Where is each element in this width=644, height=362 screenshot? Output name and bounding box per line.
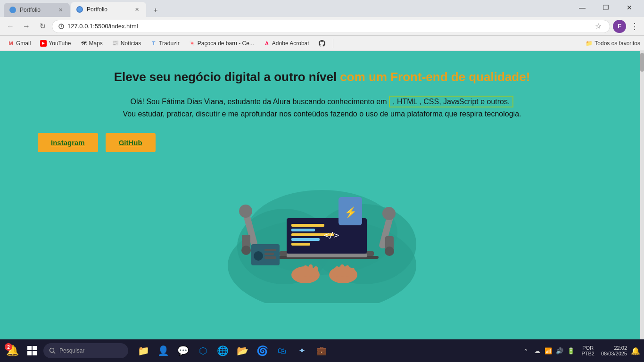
bookmark-pacoca[interactable]: 🍬 Paçoca de baru - Ce...	[185, 39, 258, 48]
svg-rect-30	[264, 253, 274, 255]
browser-menu-button[interactable]: ⋮	[629, 21, 640, 32]
reload-button[interactable]: ↻	[36, 20, 49, 33]
svg-rect-11	[291, 229, 315, 231]
notification-badge: 2	[5, 343, 12, 351]
start-button[interactable]	[24, 342, 41, 359]
svg-rect-43	[33, 346, 37, 350]
tab1-favicon	[9, 7, 16, 13]
bookmark-star-icon[interactable]: ☆	[593, 21, 604, 32]
illustration-svg: </> ⚡	[204, 162, 440, 303]
close-button[interactable]: ✕	[619, 0, 640, 15]
adobe-icon: A	[264, 40, 270, 47]
new-tab-button[interactable]: +	[149, 4, 162, 17]
taskbar-search[interactable]: Pesquisar	[43, 343, 128, 358]
svg-rect-39	[340, 264, 344, 277]
svg-point-24	[385, 247, 394, 256]
maximize-button[interactable]: ❐	[595, 0, 617, 15]
bookmark-traduzir-label: Traduzir	[159, 40, 180, 47]
taskbar-edge[interactable]: 🌀	[254, 342, 271, 359]
hero-title-highlight: com um Front-end de qualidade!	[340, 70, 530, 84]
taskbar-icons: 📁 👤 💬 ⬡ 🌐 📂 🌀 🛍 ✦ 💼	[135, 342, 330, 359]
minimize-button[interactable]: —	[571, 0, 593, 15]
taskbar-files[interactable]: 📁	[135, 342, 152, 359]
bookmark-maps[interactable]: 🗺 Maps	[77, 39, 107, 48]
secure-icon	[58, 23, 65, 30]
tray-battery[interactable]: 🔋	[566, 346, 576, 355]
pacoca-icon: 🍬	[189, 40, 196, 47]
scrollbar-thumb[interactable]	[640, 53, 644, 72]
bookmark-noticias[interactable]: 📰 Notícias	[108, 39, 145, 48]
taskbar-discord[interactable]: 💬	[174, 342, 191, 359]
tab2-label: Portfolio	[87, 6, 107, 13]
forward-button[interactable]: →	[20, 20, 33, 33]
bookmark-adobe[interactable]: A Adobe Acrobat	[260, 39, 313, 48]
taskbar-store[interactable]: 🛍	[273, 342, 290, 359]
taskbar-people[interactable]: 👤	[155, 342, 172, 359]
svg-rect-42	[27, 346, 32, 350]
notification-area: 🔔 2	[4, 342, 21, 359]
bookmark-traduzir[interactable]: T Traduzir	[147, 39, 183, 48]
svg-rect-10	[291, 224, 324, 227]
svg-rect-16	[287, 254, 367, 257]
back-button[interactable]: ←	[4, 20, 17, 33]
tab-1[interactable]: Portfolio ✕	[4, 3, 70, 17]
url-bar[interactable]: 127.0.0.1:5500/index.html ☆	[52, 20, 610, 33]
svg-rect-44	[27, 351, 32, 355]
maps-icon: 🗺	[81, 40, 87, 47]
taskbar-right: ^ ☁ 📶 🔊 🔋 POR PTB2 22:02 08/03/2025 🔔	[521, 345, 640, 356]
bookmark-adobe-label: Adobe Acrobat	[272, 40, 309, 47]
svg-rect-31	[264, 256, 276, 259]
svg-rect-34	[298, 268, 302, 277]
profile-button[interactable]: F	[613, 20, 626, 33]
bookmark-gmail[interactable]: M Gmail	[4, 39, 34, 48]
svg-rect-13	[291, 238, 320, 241]
notification-bell[interactable]: 🔔	[631, 346, 640, 355]
all-bookmarks[interactable]: 📁 Todos os favoritos	[586, 40, 640, 47]
svg-line-47	[54, 352, 56, 354]
svg-text:</>: </>	[324, 230, 339, 240]
svg-rect-45	[33, 351, 37, 355]
hero-para1-before: Olá! Sou Fátima Dias Viana, estudante da…	[131, 98, 389, 106]
address-bar: ← → ↻ 127.0.0.1:5500/index.html ☆ F ⋮	[0, 17, 644, 36]
tray-wifi[interactable]: 📶	[544, 346, 553, 355]
traduzir-icon: T	[150, 40, 157, 47]
svg-point-46	[50, 348, 54, 353]
taskbar-vscode[interactable]: ⬡	[194, 342, 211, 359]
svg-rect-35	[304, 265, 307, 277]
instagram-button[interactable]: Instagram	[38, 133, 98, 152]
scrollbar[interactable]	[640, 51, 644, 339]
tray-volume[interactable]: 🔊	[555, 346, 564, 355]
cta-buttons: Instagram GitHub	[38, 133, 156, 152]
hero-para2: Vou estudar, praticar, discutir e me apr…	[123, 110, 521, 118]
svg-rect-40	[346, 265, 349, 277]
bookmark-gmail-label: Gmail	[16, 40, 31, 47]
typed-text-box: , HTML , CSS, JavaScript e outros.	[389, 96, 513, 107]
url-text: 127.0.0.1:5500/index.html	[67, 23, 590, 30]
tray-cloud[interactable]: ☁	[532, 346, 542, 355]
github-button[interactable]: GitHub	[106, 133, 156, 152]
taskbar-slack[interactable]: 💼	[313, 342, 330, 359]
locale-lang: POR	[582, 345, 594, 351]
tab1-close[interactable]: ✕	[57, 6, 64, 14]
search-icon	[49, 347, 56, 354]
bookmark-youtube[interactable]: ▶ YouTube	[36, 39, 74, 48]
svg-point-20	[241, 246, 251, 255]
clock-display[interactable]: 22:02 08/03/2025	[601, 345, 627, 356]
bookmark-github[interactable]	[315, 39, 329, 48]
taskbar: 🔔 2 Pesquisar 📁 👤 💬 ⬡ 🌐 📂 🌀	[0, 339, 644, 362]
window-controls: — ❐ ✕	[571, 0, 640, 17]
noticias-icon: 📰	[112, 40, 119, 47]
title-bar: Portfolio ✕ Portfolio ✕ + — ❐ ✕	[0, 0, 644, 17]
svg-rect-14	[291, 243, 310, 246]
tab2-close[interactable]: ✕	[133, 6, 140, 13]
tab-2[interactable]: Portfolio ✕	[71, 2, 146, 17]
taskbar-chrome[interactable]: 🌐	[214, 342, 231, 359]
hero-paragraph: Olá! Sou Fátima Dias Viana, estudante da…	[123, 96, 521, 120]
hero-title-normal: Eleve seu negócio digital a outro nível	[114, 70, 340, 84]
tray-arrow[interactable]: ^	[521, 346, 530, 355]
taskbar-explorer[interactable]: 📂	[234, 342, 251, 359]
svg-point-18	[239, 205, 252, 218]
svg-point-28	[254, 251, 263, 261]
svg-rect-41	[351, 268, 355, 277]
taskbar-copilot[interactable]: ✦	[293, 342, 310, 359]
